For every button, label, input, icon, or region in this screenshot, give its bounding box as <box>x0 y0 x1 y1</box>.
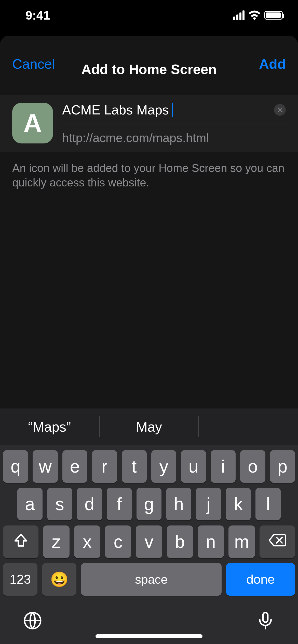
battery-icon <box>264 11 283 20</box>
key-r[interactable]: r <box>92 450 117 483</box>
delete-key[interactable] <box>260 525 295 558</box>
key-row-1: q w e r t y u i o p <box>0 445 298 483</box>
done-key[interactable]: done <box>226 563 295 596</box>
key-e[interactable]: e <box>62 450 87 483</box>
status-time: 9:41 <box>25 8 50 22</box>
mic-icon <box>256 627 275 631</box>
globe-key[interactable] <box>23 611 42 631</box>
key-l[interactable]: l <box>255 488 281 520</box>
emoji-key[interactable]: 😀 <box>42 563 76 596</box>
key-u[interactable]: u <box>181 450 206 483</box>
globe-icon <box>23 627 42 631</box>
svg-rect-1 <box>263 612 268 622</box>
suggestion-bar: “Maps” May <box>0 408 298 445</box>
status-indicators <box>233 10 283 20</box>
key-j[interactable]: j <box>196 488 221 520</box>
key-h[interactable]: h <box>166 488 191 520</box>
key-c[interactable]: c <box>105 525 131 558</box>
cancel-button[interactable]: Cancel <box>12 56 55 72</box>
key-row-3: z x c v b n m <box>0 520 298 558</box>
suggestion-1[interactable]: “Maps” <box>0 419 99 435</box>
keyboard-bottom-bar <box>0 596 298 639</box>
shift-key[interactable] <box>3 525 38 558</box>
key-row-4: 123 😀 space done <box>0 558 298 596</box>
bookmark-icon-preview: A <box>12 103 53 143</box>
home-indicator[interactable] <box>96 634 202 638</box>
keyboard: “Maps” May q w e r t y u i o p a s d f g… <box>0 408 298 644</box>
key-f[interactable]: f <box>107 488 132 520</box>
key-m[interactable]: m <box>228 525 255 558</box>
bookmark-title-text: ACME Labs Maps <box>62 102 169 118</box>
key-q[interactable]: q <box>3 450 28 483</box>
helper-text: An icon will be added to your Home Scree… <box>0 152 298 190</box>
clear-text-button[interactable]: ✕ <box>274 104 286 116</box>
key-b[interactable]: b <box>167 525 193 558</box>
space-key[interactable]: space <box>81 563 222 596</box>
key-k[interactable]: k <box>226 488 251 520</box>
key-n[interactable]: n <box>198 525 224 558</box>
bookmark-form: A ACME Labs Maps ✕ http://acme.com/maps.… <box>0 95 298 152</box>
key-s[interactable]: s <box>47 488 72 520</box>
numbers-key[interactable]: 123 <box>3 563 37 596</box>
status-bar: 9:41 <box>0 0 298 36</box>
key-a[interactable]: a <box>17 488 43 520</box>
emoji-icon: 😀 <box>50 571 69 588</box>
cellular-icon <box>233 10 245 20</box>
backspace-icon <box>268 533 286 550</box>
dictation-key[interactable] <box>256 611 275 631</box>
bookmark-title-input[interactable]: ACME Labs Maps ✕ <box>62 101 286 124</box>
shift-icon <box>13 533 29 551</box>
suggestion-2[interactable]: May <box>100 419 199 435</box>
bookmark-url: http://acme.com/maps.html <box>62 124 286 145</box>
key-x[interactable]: x <box>74 525 100 558</box>
key-d[interactable]: d <box>77 488 102 520</box>
text-cursor <box>172 103 173 117</box>
key-i[interactable]: i <box>211 450 236 483</box>
key-row-2: a s d f g h j k l <box>0 483 298 520</box>
key-t[interactable]: t <box>122 450 147 483</box>
x-icon: ✕ <box>277 106 283 114</box>
add-to-home-sheet: Cancel Add to Home Screen Add A ACME Lab… <box>0 36 298 644</box>
key-z[interactable]: z <box>43 525 69 558</box>
key-p[interactable]: p <box>270 450 295 483</box>
wifi-icon <box>249 10 260 20</box>
sheet-header: Cancel Add to Home Screen Add <box>0 36 298 95</box>
add-button[interactable]: Add <box>259 56 286 72</box>
key-g[interactable]: g <box>137 488 162 520</box>
key-y[interactable]: y <box>151 450 176 483</box>
key-w[interactable]: w <box>33 450 58 483</box>
key-o[interactable]: o <box>240 450 265 483</box>
key-v[interactable]: v <box>136 525 162 558</box>
